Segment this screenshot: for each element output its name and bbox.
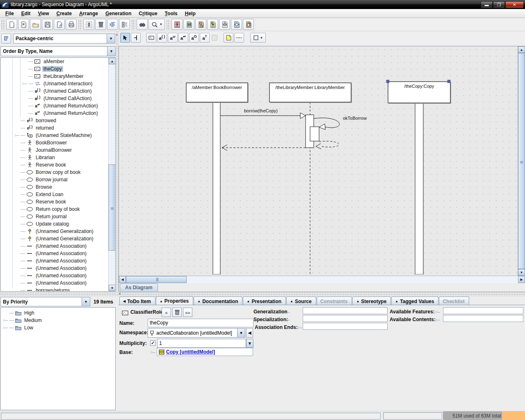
toolbar-grip[interactable] <box>78 19 82 30</box>
tree-item[interactable]: e( )borrowed <box>1 117 108 124</box>
select-tool-button[interactable] <box>120 33 130 43</box>
tree-item[interactable]: Return copy of book <box>1 205 108 213</box>
tree-item[interactable]: theLibraryMember <box>1 73 108 80</box>
tree-item[interactable]: a↵(Unnamed ReturnAction) <box>1 110 108 117</box>
scroll-up-button[interactable]: ▲ <box>109 58 116 64</box>
available-features-field[interactable] <box>443 307 523 314</box>
tree-item[interactable]: a( )(Unnamed CallAction) <box>1 95 108 102</box>
base-link[interactable]: Copy [untitledModel] <box>166 349 215 355</box>
tree-item[interactable]: (Unnamed Association) <box>1 279 108 287</box>
tree-item[interactable]: e( )returned <box>1 124 108 132</box>
toolbar-grip[interactable] <box>131 19 135 30</box>
scroll-up-button[interactable]: ▲ <box>518 46 525 53</box>
menu-critique[interactable]: Critique <box>135 10 161 17</box>
new-project-button[interactable]: P <box>18 19 29 30</box>
tab-as-diagram[interactable]: As Diagram <box>120 283 158 292</box>
tree-item[interactable]: Borrow copy of book <box>1 169 108 176</box>
activity-diagram-button[interactable] <box>231 19 242 30</box>
multiplicity-combo-arrow[interactable]: ▼ <box>246 339 253 348</box>
tree-item[interactable]: a↵(Unnamed ReturnAction) <box>1 102 108 110</box>
message-okToBorrow-label[interactable]: okToBorrow <box>343 116 367 121</box>
menu-create[interactable]: Create <box>53 10 75 17</box>
splitter-collapse-arrow[interactable]: ▾ <box>119 292 121 296</box>
tab-presentation[interactable]: ▲Presentation <box>243 297 286 305</box>
tree-item[interactable]: (Unnamed Association) <box>1 250 108 257</box>
explorer-scrollbar[interactable]: ▲ ▼ <box>108 58 115 291</box>
toolbar-grip[interactable] <box>1 19 5 30</box>
classifier-role-tool-button[interactable] <box>146 33 156 43</box>
tree-expand-handle[interactable]: ○─ <box>2 318 8 322</box>
namespace-back-button[interactable]: ◀ <box>246 328 253 338</box>
splitter-collapse-arrow[interactable]: ◂ <box>116 33 117 37</box>
perspective-combo-arrow[interactable]: ▼ <box>107 34 115 43</box>
editor-horizontal-scrollbar[interactable]: ◀ ▶ <box>119 276 525 283</box>
available-contents-handle[interactable]: ○─ <box>435 318 440 322</box>
message-borrow-label[interactable]: borrow(theCopy) <box>244 108 278 113</box>
association-ends-field[interactable] <box>303 323 388 330</box>
tree-item[interactable]: theCopy <box>1 65 108 73</box>
scroll-left-button[interactable]: ◀ <box>119 276 126 283</box>
settings-button[interactable] <box>119 19 130 30</box>
broom-tool-button[interactable] <box>131 33 141 43</box>
create-action-tool-button[interactable]: a▱ <box>168 33 178 43</box>
tab-tagged-values[interactable]: ▲Tagged Values <box>391 297 438 305</box>
perspective-combo[interactable]: Package-centric ▼ <box>13 34 115 43</box>
tree-item[interactable]: ○─(Unnamed StateMachine) <box>1 132 108 139</box>
find-button[interactable] <box>137 19 148 30</box>
return-action-tool-button[interactable]: a↵ <box>178 33 188 43</box>
outline-button[interactable] <box>107 19 118 30</box>
tree-item[interactable]: Update catalog <box>1 220 108 228</box>
specialization-field[interactable] <box>303 315 388 322</box>
scrollbar-thumb[interactable] <box>126 276 187 283</box>
menu-help[interactable]: Help <box>181 10 199 17</box>
activation-aMember[interactable] <box>213 102 220 274</box>
multiplicity-checkbox[interactable]: ✓ <box>150 340 155 346</box>
comment-tool-button[interactable] <box>224 33 233 43</box>
navigate-back-forward-button[interactable]: «» <box>183 308 192 317</box>
order-combo[interactable]: Order By Type, Name ▼ <box>0 46 116 56</box>
save-button[interactable] <box>42 19 53 30</box>
tree-item[interactable]: (Unnamed Association) <box>1 242 108 250</box>
selection-handle[interactable] <box>386 80 389 83</box>
comment-link-tool-button[interactable]: ···· <box>234 33 244 43</box>
save-as-button[interactable] <box>54 19 65 30</box>
tree-item[interactable]: Return journal <box>1 213 108 220</box>
menu-arrange[interactable]: Arrange <box>75 10 102 17</box>
destroy-action-tool-button[interactable]: a† <box>200 33 210 43</box>
base-expand-handle[interactable]: ○─ <box>151 350 155 354</box>
shape-tool-button[interactable]: ▼ <box>250 33 266 43</box>
scroll-down-button[interactable]: ▼ <box>109 285 116 291</box>
selection-handle[interactable] <box>447 80 450 83</box>
tree-expand-handle[interactable]: ○─ <box>14 133 20 137</box>
object-aMember[interactable]: /aMember:BookBorrower <box>186 83 249 103</box>
tree-item[interactable]: (Unnamed Association) <box>1 265 108 272</box>
generalization-field[interactable] <box>303 307 388 314</box>
object-theLibraryMember[interactable]: /theLibraryMember:LibraryMember <box>269 83 352 103</box>
toolbar-grip[interactable] <box>166 19 170 30</box>
sequence-diagram-button[interactable] <box>207 19 218 30</box>
perspective-config-button[interactable] <box>1 34 11 43</box>
namespace-combo[interactable]: achedCollaboration [untitledModel] ▼ <box>148 328 245 338</box>
nested-activation-theLibraryMember[interactable] <box>310 127 319 141</box>
menu-file[interactable]: File <box>2 10 18 17</box>
vertical-splitter[interactable]: ◂ <box>116 31 119 46</box>
tree-item[interactable]: Reserve book <box>1 161 108 169</box>
available-contents-field[interactable] <box>443 315 523 322</box>
tree-item[interactable]: Borrow journal <box>1 176 108 183</box>
tree-item[interactable]: Reserve book <box>1 198 108 205</box>
class-diagram-button[interactable] <box>183 19 194 30</box>
menu-view[interactable]: View <box>34 10 52 17</box>
new-button[interactable] <box>6 19 17 30</box>
activation-theCopy[interactable] <box>415 103 423 274</box>
tree-expand-handle[interactable]: ○─ <box>22 82 27 86</box>
order-combo-arrow[interactable]: ▼ <box>107 47 115 56</box>
tree-item[interactable]: (Unnamed Association) <box>1 257 108 265</box>
tree-item[interactable]: aMember <box>1 58 108 65</box>
remove-from-diagram-button[interactable] <box>83 19 94 30</box>
recurse-action-tool-button[interactable]: aO <box>189 33 199 43</box>
scroll-down-button[interactable]: ▼ <box>518 269 525 276</box>
menu-edit[interactable]: Edit <box>18 10 34 17</box>
tree-item[interactable]: ○─(Unnamed Interaction) <box>1 80 108 87</box>
editor-vertical-scrollbar[interactable]: ▲ ▼ <box>518 46 525 276</box>
tree-item[interactable]: Browse <box>1 183 108 191</box>
